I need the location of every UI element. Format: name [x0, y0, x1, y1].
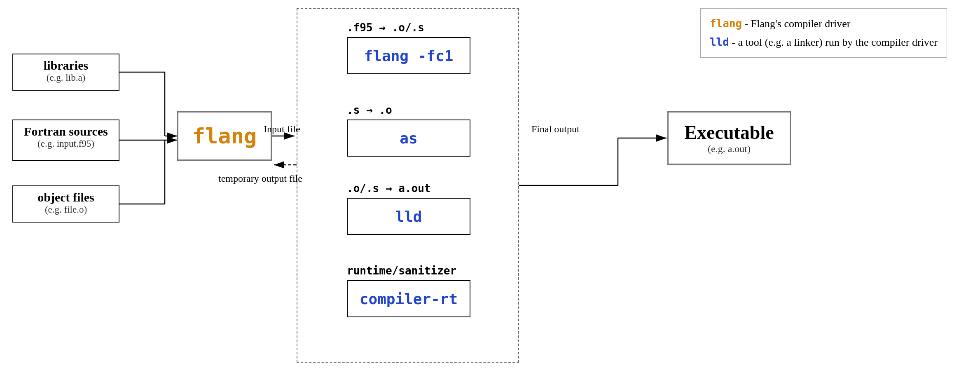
legend-lld-label: lld — [710, 36, 729, 48]
libraries-subtitle: (e.g. lib.a) — [21, 73, 111, 83]
fortran-subtitle: (e.g. input.f95) — [21, 138, 111, 149]
libraries-box: libraries (e.g. lib.a) — [12, 54, 119, 91]
section2-label: .s → .o — [347, 104, 470, 116]
objects-title: object files — [21, 190, 111, 204]
fortran-title: Fortran sources — [21, 124, 111, 138]
legend-box: flang - Flang's compiler driver lld - a … — [700, 8, 947, 58]
compiler-rt-box: compiler-rt — [347, 280, 470, 317]
section4-label: runtime/sanitizer — [347, 265, 470, 277]
section1-label: .f95 → .o/.s — [347, 21, 470, 34]
final-output-label: Final output — [531, 124, 580, 135]
section-as: .s → .o as — [347, 104, 470, 157]
input-file-label: Input file — [264, 124, 300, 135]
legend-flang-row: flang - Flang's compiler driver — [710, 14, 938, 33]
tools-container: .f95 → .o/.s flang -fc1 .s → .o as .o/.s… — [297, 8, 519, 363]
flang-fc1-box: flang -fc1 — [347, 37, 470, 74]
legend-lld-row: lld - a tool (e.g. a linker) run by the … — [710, 33, 938, 52]
objects-box: object files (e.g. file.o) — [12, 185, 119, 223]
executable-title: Executable — [684, 122, 774, 143]
lld-box: lld — [347, 198, 470, 235]
libraries-title: libraries — [21, 59, 111, 73]
section-lld: .o/.s → a.out lld — [347, 182, 470, 235]
lld-tool: lld — [395, 208, 422, 225]
fortran-box: Fortran sources (e.g. input.f95) — [12, 120, 119, 161]
legend-lld-desc: - a tool (e.g. a linker) run by the comp… — [732, 36, 938, 48]
section-compiler-rt: runtime/sanitizer compiler-rt — [347, 265, 470, 317]
flang-fc1-tool: flang -fc1 — [364, 47, 454, 64]
as-box: as — [347, 120, 470, 157]
compiler-rt-tool: compiler-rt — [360, 291, 458, 307]
section-fc1: .f95 → .o/.s flang -fc1 — [347, 21, 470, 74]
legend-flang-desc: - Flang's compiler driver — [745, 18, 851, 30]
section3-label: .o/.s → a.out — [347, 182, 470, 195]
temp-output-label: temporary output file — [218, 173, 302, 184]
executable-subtitle: (e.g. a.out) — [708, 143, 751, 155]
executable-box: Executable (e.g. a.out) — [667, 111, 791, 165]
objects-subtitle: (e.g. file.o) — [21, 204, 111, 215]
diagram-container: flang - Flang's compiler driver lld - a … — [0, 0, 980, 375]
as-tool: as — [400, 130, 417, 147]
flang-box-label: flang — [192, 124, 257, 148]
flang-box: flang — [177, 111, 272, 161]
legend-flang-label: flang — [710, 17, 742, 30]
